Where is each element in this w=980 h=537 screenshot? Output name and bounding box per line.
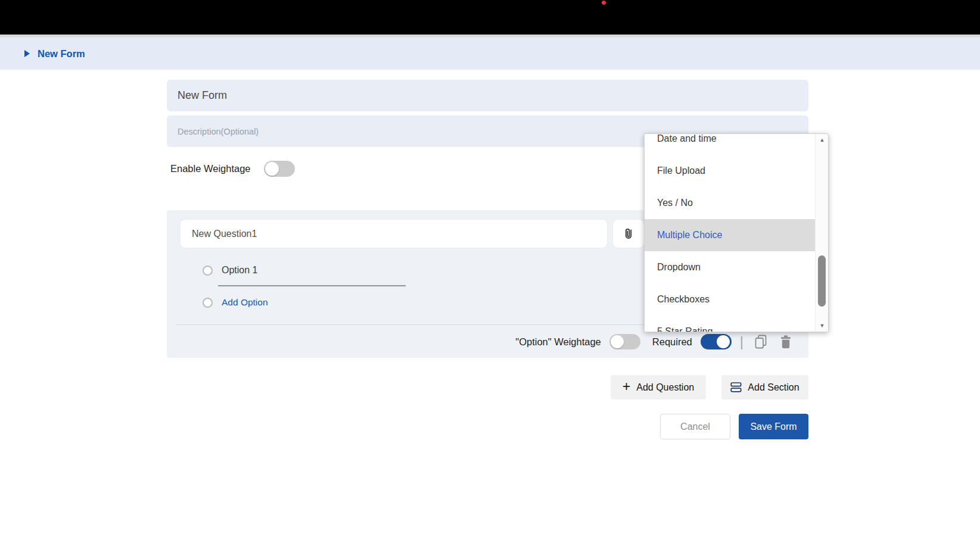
- dropdown-item-yes-no[interactable]: Yes / No: [645, 187, 815, 219]
- scroll-down-icon[interactable]: ▼: [816, 322, 829, 329]
- paperclip-icon: [622, 227, 635, 241]
- save-form-button[interactable]: Save Form: [739, 414, 808, 439]
- required-toggle[interactable]: [701, 334, 732, 349]
- breadcrumb-expand-icon[interactable]: [24, 50, 30, 57]
- add-option-link[interactable]: Add Option: [222, 297, 268, 308]
- option-weightage-label: "Option" Weightage: [515, 336, 601, 348]
- option-row: Option 1: [203, 265, 257, 276]
- dropdown-item-file-upload[interactable]: File Upload: [645, 155, 815, 187]
- add-option-row[interactable]: Add Option: [203, 297, 268, 308]
- radio-icon[interactable]: [203, 266, 213, 276]
- form-title-input[interactable]: [167, 80, 808, 111]
- question-title-input[interactable]: [181, 220, 607, 248]
- dropdown-scrollbar[interactable]: ▲ ▼: [815, 134, 828, 332]
- form-builder-page: { "topbar": { "recording_dot_color": "#e…: [0, 0, 980, 537]
- add-question-button[interactable]: + Add Question: [611, 375, 706, 399]
- option-input-underline: [218, 285, 406, 286]
- scrollbar-thumb[interactable]: [818, 255, 826, 307]
- page-header: New Form: [0, 38, 980, 70]
- delete-question-button[interactable]: [778, 334, 794, 349]
- dropdown-item-dropdown[interactable]: Dropdown: [645, 251, 815, 283]
- plus-icon: +: [623, 380, 630, 394]
- trash-icon: [779, 335, 792, 349]
- add-question-label: Add Question: [636, 382, 694, 393]
- dropdown-item-date-and-time[interactable]: Date and time: [645, 133, 815, 155]
- copy-icon: [754, 334, 768, 349]
- cancel-button[interactable]: Cancel: [660, 414, 730, 439]
- controls-separator: |: [740, 333, 743, 350]
- duplicate-question-button[interactable]: [753, 334, 769, 349]
- radio-icon: [203, 298, 213, 308]
- enable-weightage-row: Enable Weightage: [170, 161, 295, 177]
- question-controls-row: "Option" Weightage Required |: [515, 332, 794, 352]
- question-type-list: Date and time File Upload Yes / No Multi…: [645, 134, 815, 332]
- dropdown-item-checkboxes[interactable]: Checkboxes: [645, 283, 815, 316]
- option-weightage-toggle[interactable]: [609, 334, 640, 349]
- top-black-bar: [0, 0, 980, 35]
- enable-weightage-toggle[interactable]: [264, 161, 295, 177]
- add-section-button[interactable]: Add Section: [721, 375, 808, 399]
- breadcrumb[interactable]: New Form: [38, 48, 85, 60]
- dropdown-item-5-star-rating[interactable]: 5 Star Rating: [645, 316, 815, 332]
- question-type-dropdown: Date and time File Upload Yes / No Multi…: [644, 133, 829, 332]
- enable-weightage-label: Enable Weightage: [170, 163, 251, 174]
- scroll-up-icon[interactable]: ▲: [816, 136, 829, 143]
- toggle-knob: [611, 335, 624, 348]
- section-icon: [730, 382, 742, 393]
- cancel-label: Cancel: [680, 422, 710, 432]
- attach-file-button[interactable]: [613, 220, 644, 248]
- option-label[interactable]: Option 1: [222, 265, 257, 276]
- required-label: Required: [652, 336, 692, 348]
- add-section-label: Add Section: [748, 382, 799, 393]
- dropdown-item-multiple-choice[interactable]: Multiple Choice: [645, 219, 815, 251]
- recording-indicator-dot: [602, 1, 606, 5]
- toggle-knob: [265, 162, 279, 176]
- save-form-label: Save Form: [750, 422, 797, 432]
- toggle-knob: [717, 335, 730, 348]
